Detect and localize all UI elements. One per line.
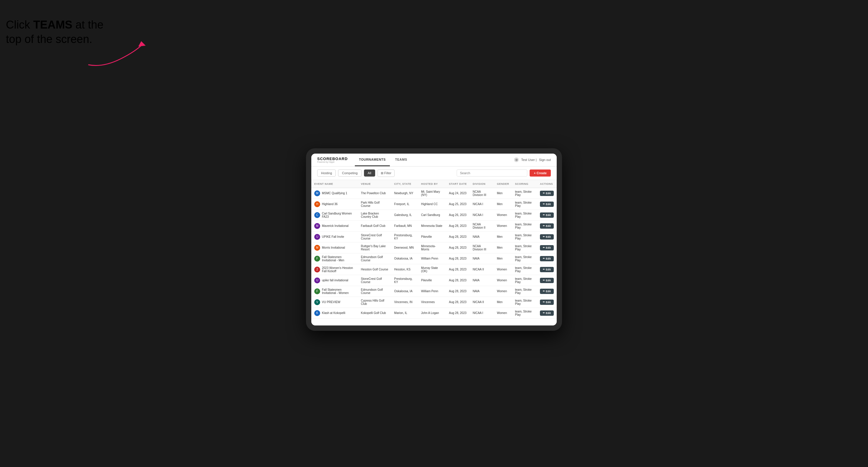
all-button[interactable]: All (364, 169, 375, 177)
cell-city-state: Marion, IL (391, 308, 418, 318)
cell-gender: Women (494, 275, 512, 286)
edit-button[interactable]: Edit (540, 191, 554, 196)
cell-event-name: M Morris Invitational (311, 242, 358, 253)
cell-scoring: team, Stroke Play (512, 220, 537, 231)
cell-start-date: Aug 28, 2023 (446, 275, 470, 286)
cell-event-name: U upike fall invitational (311, 275, 358, 286)
cell-gender: Men (494, 297, 512, 308)
edit-button[interactable]: Edit (540, 278, 554, 283)
col-start-date: START DATE (446, 180, 470, 188)
cell-hosted-by: William Penn (418, 253, 446, 264)
edit-button[interactable]: Edit (540, 245, 554, 250)
cell-start-date: Aug 24, 2023 (446, 188, 470, 199)
cell-start-date: Aug 28, 2023 (446, 220, 470, 231)
cell-city-state: Galesburg, IL (391, 210, 418, 220)
event-icon: 2 (314, 267, 320, 273)
edit-button[interactable]: Edit (540, 289, 554, 294)
gear-icon[interactable]: ⚙ (514, 157, 519, 162)
col-city-state: CITY, STATE (391, 180, 418, 188)
event-icon: F (314, 288, 320, 294)
cell-scoring: team, Stroke Play (512, 264, 537, 275)
cell-gender: Men (494, 188, 512, 199)
cell-venue: Lake Bracken Country Club (358, 210, 391, 220)
cell-start-date: Aug 26, 2023 (446, 210, 470, 220)
tab-teams[interactable]: TEAMS (391, 154, 411, 166)
cell-scoring: team, Stroke Play (512, 286, 537, 297)
instruction-line1: Click TEAMS at the (6, 19, 103, 31)
table-row: M Morris Invitational Ruttger's Bay Lake… (311, 242, 557, 253)
cell-scoring: team, Stroke Play (512, 308, 537, 318)
event-icon: M (314, 245, 320, 251)
cell-city-state: Vincennes, IN (391, 297, 418, 308)
event-cell: C Carl Sandburg Women FA23 (314, 212, 355, 218)
cell-actions: Edit (537, 297, 557, 308)
tournaments-table: EVENT NAME VENUE CITY, STATE HOSTED BY S… (311, 180, 557, 325)
cell-gender: Women (494, 220, 512, 231)
cell-start-date: Aug 28, 2023 (446, 231, 470, 242)
cell-event-name: M Maverick Invitational (311, 220, 358, 231)
event-icon: U (314, 234, 320, 240)
edit-button[interactable]: Edit (540, 223, 554, 229)
cell-scoring: team, Stroke Play (512, 199, 537, 210)
edit-button[interactable]: Edit (540, 256, 554, 261)
event-icon: K (314, 310, 320, 316)
cell-city-state: Oskaloosa, IA (391, 286, 418, 297)
event-cell: F Fall Statesmen Invitational - Women (314, 288, 355, 294)
cell-division: NAIA (470, 286, 494, 297)
cell-scoring: team, Stroke Play (512, 275, 537, 286)
edit-button[interactable]: Edit (540, 310, 554, 316)
event-icon: M (314, 190, 320, 196)
cell-gender: Men (494, 199, 512, 210)
event-name-text: Highland 36 (322, 203, 338, 206)
edit-button[interactable]: Edit (540, 300, 554, 305)
cell-city-state: Faribault, MN (391, 220, 418, 231)
cell-division: NAIA (470, 253, 494, 264)
table-row: K Klash at Kokopelli Kokopelli Golf Club… (311, 308, 557, 318)
create-button[interactable]: + Create (530, 169, 551, 177)
filter-button[interactable]: ⊞ Filter (377, 169, 395, 177)
cell-hosted-by: Minnesota-Morris (418, 242, 446, 253)
cell-gender: Women (494, 264, 512, 275)
event-cell: V VU PREVIEW (314, 299, 355, 305)
search-input[interactable] (457, 169, 527, 177)
cell-scoring: team, Stroke Play (512, 188, 537, 199)
cell-division: NCAA Division III (470, 188, 494, 199)
cell-venue: The Powelton Club (358, 188, 391, 199)
event-name-text: VU PREVIEW (322, 301, 340, 304)
hosting-button[interactable]: Hosting (317, 169, 336, 177)
event-icon: U (314, 278, 320, 283)
cell-division: NAIA (470, 275, 494, 286)
cell-venue: Edmundson Golf Course (358, 253, 391, 264)
signout-link[interactable]: Sign out (539, 158, 551, 161)
svg-marker-0 (138, 41, 146, 46)
cell-division: NCAA Division II (470, 220, 494, 231)
tab-tournaments[interactable]: TOURNAMENTS (355, 154, 390, 166)
cell-hosted-by: Vincennes (418, 297, 446, 308)
cell-start-date: Aug 28, 2023 (446, 297, 470, 308)
edit-button[interactable]: Edit (540, 267, 554, 272)
competing-button[interactable]: Competing (338, 169, 361, 177)
cell-city-state: Oskaloosa, IA (391, 253, 418, 264)
event-name-text: Carl Sandburg Women FA23 (322, 212, 355, 218)
cell-event-name: C Carl Sandburg Women FA23 (311, 210, 358, 220)
col-gender: GENDER (494, 180, 512, 188)
cell-hosted-by: William Penn (418, 286, 446, 297)
header-right: ⚙ Test User | Sign out (514, 157, 551, 162)
cell-city-state: Deerwood, MN (391, 242, 418, 253)
edit-button[interactable]: Edit (540, 201, 554, 207)
cell-scoring: team, Stroke Play (512, 297, 537, 308)
table-row: F Fall Statesmen Invitational - Men Edmu… (311, 253, 557, 264)
table-row: M Maverick Invitational Faribault Golf C… (311, 220, 557, 231)
table-row: F Fall Statesmen Invitational - Women Ed… (311, 286, 557, 297)
event-name-text: upike fall invitational (322, 279, 348, 282)
cell-division: NAIA (470, 231, 494, 242)
edit-button[interactable]: Edit (540, 213, 554, 218)
table-row: U upike fall invitational StoneCrest Gol… (311, 275, 557, 286)
cell-scoring: team, Stroke Play (512, 210, 537, 220)
cell-start-date: Aug 28, 2023 (446, 242, 470, 253)
edit-button[interactable]: Edit (540, 234, 554, 240)
tablet-screen: SCOREBOARD Powered by Clippit TOURNAMENT… (311, 154, 557, 325)
instruction-line2: top of the screen. (6, 33, 92, 45)
user-label: Test User | (521, 158, 536, 161)
event-name-text: Fall Statesmen Invitational - Women (322, 288, 355, 294)
